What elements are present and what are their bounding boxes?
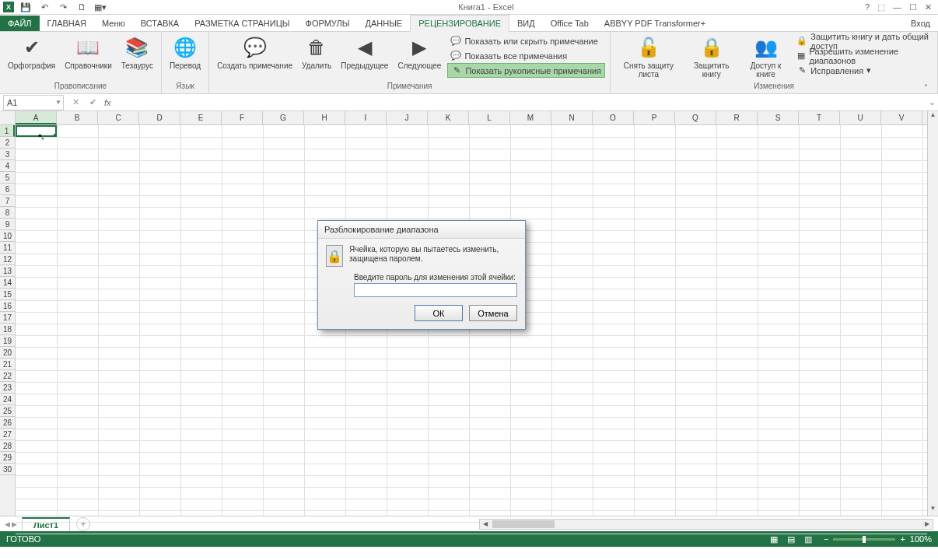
tab-office[interactable]: Office Tab xyxy=(543,16,597,31)
sheet-nav-next-icon[interactable]: ▶ xyxy=(12,520,17,528)
save-icon[interactable]: 💾 xyxy=(19,0,33,14)
scroll-up-icon[interactable]: ▲ xyxy=(928,111,938,122)
row-header-15[interactable]: 15 xyxy=(0,289,15,300)
show-all-comments[interactable]: 💬Показать все примечания xyxy=(447,48,605,63)
zoom-in-icon[interactable]: + xyxy=(900,534,905,544)
tab-formulas[interactable]: ФОРМУЛЫ xyxy=(298,16,358,31)
row-header-27[interactable]: 27 xyxy=(0,429,15,440)
show-ink[interactable]: ✎Показать рукописные примечания xyxy=(447,63,605,78)
row-header-19[interactable]: 19 xyxy=(0,335,15,347)
row-header-10[interactable]: 10 xyxy=(0,230,15,242)
column-header-g[interactable]: G xyxy=(263,111,304,124)
spelling-button[interactable]: ✔Орфография xyxy=(5,33,58,72)
column-header-r[interactable]: R xyxy=(716,111,758,124)
enter-formula-icon[interactable]: ✔ xyxy=(84,95,101,110)
column-header-l[interactable]: L xyxy=(469,111,510,124)
row-header-24[interactable]: 24 xyxy=(0,394,15,405)
scroll-right-icon[interactable]: ▶ xyxy=(922,520,933,527)
next-comment-button[interactable]: ▶Следующее xyxy=(394,33,444,72)
name-box[interactable]: A1▼ xyxy=(3,95,64,110)
maximize-icon[interactable]: ☐ xyxy=(909,2,917,12)
prev-comment-button[interactable]: ◀Предыдущее xyxy=(338,33,391,72)
selected-cell-a1[interactable] xyxy=(16,125,57,137)
column-header-j[interactable]: J xyxy=(387,111,428,124)
row-header-13[interactable]: 13 xyxy=(0,265,15,277)
row-header-28[interactable]: 28 xyxy=(0,440,15,452)
password-input[interactable] xyxy=(354,283,517,297)
row-header-22[interactable]: 22 xyxy=(0,370,15,382)
horizontal-scrollbar[interactable]: ◀ ▶ xyxy=(479,519,933,530)
protect-workbook-button[interactable]: 🔒Защитить книгу xyxy=(685,33,738,80)
scroll-down-icon[interactable]: ▼ xyxy=(928,505,938,516)
row-header-5[interactable]: 5 xyxy=(0,172,15,184)
row-header-30[interactable]: 30 xyxy=(0,464,15,475)
close-icon[interactable]: ✕ xyxy=(925,2,932,12)
row-header-16[interactable]: 16 xyxy=(0,300,15,312)
delete-comment-button[interactable]: 🗑Удалить xyxy=(299,33,334,72)
column-header-k[interactable]: K xyxy=(428,111,469,124)
zoom-slider[interactable] xyxy=(833,538,895,541)
column-header-b[interactable]: B xyxy=(57,111,98,124)
collapse-ribbon-icon[interactable]: ˄ xyxy=(924,83,928,92)
fx-icon[interactable]: fx xyxy=(104,98,111,107)
row-header-9[interactable]: 9 xyxy=(0,219,15,230)
column-header-q[interactable]: Q xyxy=(675,111,716,124)
tab-menu[interactable]: Меню xyxy=(94,16,133,31)
thesaurus-button[interactable]: 📚Тезаурус xyxy=(118,33,156,72)
row-header-20[interactable]: 20 xyxy=(0,347,15,359)
research-button[interactable]: 📖Справочники xyxy=(61,33,115,72)
column-header-o[interactable]: O xyxy=(593,111,634,124)
row-header-8[interactable]: 8 xyxy=(0,207,15,219)
row-header-11[interactable]: 11 xyxy=(0,242,15,254)
expand-formula-icon[interactable]: ⌄ xyxy=(926,97,938,107)
customize-qat-icon[interactable]: ▦▾ xyxy=(93,0,107,14)
column-header-s[interactable]: S xyxy=(758,111,799,124)
column-header-n[interactable]: N xyxy=(551,111,593,124)
tab-file[interactable]: ФАЙЛ xyxy=(0,16,40,31)
sheet-tab-1[interactable]: Лист1 xyxy=(22,517,70,531)
column-header-m[interactable]: M xyxy=(510,111,551,124)
tab-data[interactable]: ДАННЫЕ xyxy=(357,16,410,31)
row-header-3[interactable]: 3 xyxy=(0,149,15,160)
ribbon-options-icon[interactable]: ⬚ xyxy=(877,2,885,12)
column-header-p[interactable]: P xyxy=(634,111,675,124)
column-header-h[interactable]: H xyxy=(304,111,345,124)
minimize-icon[interactable]: — xyxy=(893,2,901,12)
row-header-26[interactable]: 26 xyxy=(0,417,15,429)
new-icon[interactable]: 🗋 xyxy=(75,0,89,14)
row-header-2[interactable]: 2 xyxy=(0,137,15,149)
unprotect-sheet-button[interactable]: 🔓Снять защиту листа xyxy=(615,33,682,80)
undo-icon[interactable]: ↶ xyxy=(37,0,51,14)
select-all-corner[interactable] xyxy=(0,111,16,125)
ok-button[interactable]: ОК xyxy=(415,305,463,321)
sign-in[interactable]: Вход xyxy=(903,16,938,31)
add-sheet-button[interactable]: + xyxy=(76,517,90,531)
page-break-view-icon[interactable]: ▥ xyxy=(800,533,816,545)
zoom-out-icon[interactable]: − xyxy=(824,534,828,544)
column-header-u[interactable]: U xyxy=(840,111,881,124)
row-header-25[interactable]: 25 xyxy=(0,405,15,417)
row-header-7[interactable]: 7 xyxy=(0,195,15,207)
sheet-nav-prev-icon[interactable]: ◀ xyxy=(5,520,10,528)
column-header-a[interactable]: A xyxy=(16,111,57,124)
row-header-17[interactable]: 17 xyxy=(0,312,15,324)
zoom-level[interactable]: 100% xyxy=(910,534,932,544)
row-header-6[interactable]: 6 xyxy=(0,184,15,195)
normal-view-icon[interactable]: ▦ xyxy=(766,533,782,545)
row-header-14[interactable]: 14 xyxy=(0,277,15,289)
column-header-v[interactable]: V xyxy=(881,111,922,124)
column-header-f[interactable]: F xyxy=(222,111,263,124)
column-header-i[interactable]: I xyxy=(345,111,387,124)
tab-review[interactable]: РЕЦЕНЗИРОВАНИЕ xyxy=(410,15,509,32)
column-header-e[interactable]: E xyxy=(180,111,222,124)
page-layout-view-icon[interactable]: ▤ xyxy=(783,533,799,545)
translate-button[interactable]: 🌐Перевод xyxy=(166,33,204,72)
share-workbook-button[interactable]: 👥Доступ к книге xyxy=(741,33,791,80)
column-header-d[interactable]: D xyxy=(139,111,180,124)
row-header-23[interactable]: 23 xyxy=(0,382,15,394)
tab-insert[interactable]: ВСТАВКА xyxy=(133,16,187,31)
redo-icon[interactable]: ↷ xyxy=(56,0,70,14)
show-hide-comment[interactable]: 💬Показать или скрыть примечание xyxy=(447,33,605,48)
track-changes[interactable]: ✎Исправления ▾ xyxy=(793,63,933,78)
help-icon[interactable]: ? xyxy=(865,2,870,12)
